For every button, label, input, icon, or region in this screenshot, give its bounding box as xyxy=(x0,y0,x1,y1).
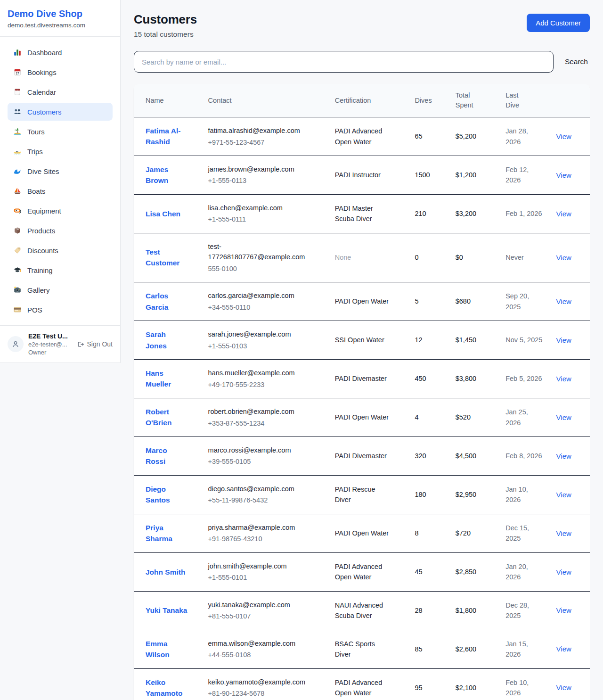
table-row: Test Customer test-1772681807767@example… xyxy=(134,233,590,282)
column-header-last-dive: Last Dive xyxy=(500,84,550,117)
customer-email: james.brown@example.com xyxy=(208,164,301,174)
sidebar-item-gallery[interactable]: Gallery xyxy=(8,281,113,299)
sidebar-item-bookings[interactable]: 17 Bookings xyxy=(8,63,113,81)
equipment-icon xyxy=(13,206,22,215)
customer-phone: +55-11-99876-5432 xyxy=(208,495,324,505)
sidebar-item-dive-sites[interactable]: Dive Sites xyxy=(8,162,113,180)
view-customer-link[interactable]: View xyxy=(556,171,571,179)
sidebar-item-equipment[interactable]: Equipment xyxy=(8,202,113,220)
customer-total-spent: $4,500 xyxy=(456,452,476,460)
view-customer-link[interactable]: View xyxy=(556,336,571,344)
table-row: Emma Wilson emma.wilson@example.com +44-… xyxy=(134,630,590,668)
customer-certification: PADI Open Water xyxy=(335,412,389,422)
customers-icon xyxy=(13,107,22,116)
customer-certification: PADI Divemaster xyxy=(335,451,387,461)
customer-last-dive: Sep 20, 2025 xyxy=(505,291,545,312)
customer-name-link[interactable]: James Brown xyxy=(146,164,188,186)
customer-dives: 4 xyxy=(415,413,418,421)
sidebar-item-training[interactable]: Training xyxy=(8,261,113,279)
customer-name-link[interactable]: Carlos Garcia xyxy=(146,290,188,313)
view-customer-link[interactable]: View xyxy=(556,413,571,421)
customer-total-spent: $520 xyxy=(456,413,471,421)
customer-total-spent: $680 xyxy=(456,297,471,305)
search-input[interactable] xyxy=(134,51,554,73)
user-icon xyxy=(11,340,20,348)
sidebar-item-tours[interactable]: Tours xyxy=(8,123,113,140)
customer-name-link[interactable]: Robert O'Brien xyxy=(146,406,188,428)
sidebar-item-pos[interactable]: POS xyxy=(8,301,113,319)
customer-last-dive: Nov 5, 2025 xyxy=(505,335,542,345)
add-customer-button[interactable]: Add Customer xyxy=(527,14,590,32)
table-row: Diego Santos diego.santos@example.com +5… xyxy=(134,475,590,514)
customer-certification: None xyxy=(335,252,351,263)
sidebar-item-trips[interactable]: Trips xyxy=(8,142,113,160)
customer-phone: +91-98765-43210 xyxy=(208,534,324,544)
customer-dives: 1500 xyxy=(415,171,430,179)
page-header-text: Customers 15 total customers xyxy=(134,12,197,39)
customer-email: test-1772681807767@example.com xyxy=(208,241,301,263)
customer-name-link[interactable]: Keiko Yamamoto xyxy=(146,677,188,699)
customer-last-dive: Feb 5, 2026 xyxy=(505,373,542,384)
customer-total-spent: $2,100 xyxy=(456,684,476,692)
sidebar-item-calendar[interactable]: Calendar xyxy=(8,83,113,101)
view-customer-link[interactable]: View xyxy=(556,491,571,499)
customer-name-link[interactable]: Diego Santos xyxy=(146,484,188,506)
customer-name-link[interactable]: Fatima Al-Rashid xyxy=(146,125,188,148)
customer-total-spent: $1,800 xyxy=(456,607,476,614)
search-button[interactable]: Search xyxy=(563,54,590,70)
customer-dives: 8 xyxy=(415,529,418,537)
view-customer-link[interactable]: View xyxy=(556,684,571,692)
brand-name: Demo Dive Shop xyxy=(8,8,113,19)
table-header: Name Contact Certification Dives Total S… xyxy=(134,84,590,117)
sidebar-item-label: Training xyxy=(27,266,53,274)
customer-name-link[interactable]: Priya Sharma xyxy=(146,522,188,544)
view-customer-link[interactable]: View xyxy=(556,529,571,537)
view-customer-link[interactable]: View xyxy=(556,452,571,460)
customer-total-spent: $5,200 xyxy=(456,132,476,140)
customer-certification: PADI Advanced Open Water xyxy=(335,677,391,699)
customer-name-link[interactable]: Sarah Jones xyxy=(146,329,188,351)
sidebar-item-customers[interactable]: Customers xyxy=(8,103,113,121)
table-row: Marco Rossi marco.rossi@example.com +39-… xyxy=(134,437,590,476)
view-customer-link[interactable]: View xyxy=(556,254,571,262)
view-customer-link[interactable]: View xyxy=(556,606,571,614)
customer-name-link[interactable]: John Smith xyxy=(146,567,185,577)
total-customers-count: 15 total customers xyxy=(134,30,197,39)
dive-sites-icon xyxy=(13,167,22,175)
view-customer-link[interactable]: View xyxy=(556,568,571,576)
customer-name-link[interactable]: Hans Mueller xyxy=(146,368,188,390)
customer-name-link[interactable]: Lisa Chen xyxy=(146,208,180,219)
view-customer-link[interactable]: View xyxy=(556,375,571,383)
customer-dives: 210 xyxy=(415,210,426,217)
sign-out-icon xyxy=(76,340,84,348)
customer-name-link[interactable]: Emma Wilson xyxy=(146,638,188,660)
customer-last-dive: Jan 10, 2026 xyxy=(505,484,545,505)
sidebar-item-boats[interactable]: Boats xyxy=(8,182,113,200)
sidebar-item-products[interactable]: Products xyxy=(8,222,113,239)
brand-domain: demo.test.divestreams.com xyxy=(8,22,113,29)
view-customer-link[interactable]: View xyxy=(556,132,571,140)
customer-dives: 12 xyxy=(415,336,422,344)
customer-name-link[interactable]: Test Customer xyxy=(146,247,188,269)
customer-phone: +971-55-123-4567 xyxy=(208,137,324,148)
sidebar-item-label: Trips xyxy=(27,148,43,156)
calendar-icon xyxy=(13,88,22,96)
customer-total-spent: $2,950 xyxy=(456,491,476,498)
bookings-icon: 17 xyxy=(13,68,22,76)
customer-email: marco.rossi@example.com xyxy=(208,445,301,455)
view-customer-link[interactable]: View xyxy=(556,210,571,218)
customer-name-link[interactable]: Marco Rossi xyxy=(146,445,188,467)
view-customer-link[interactable]: View xyxy=(556,297,571,305)
sidebar-item-dashboard[interactable]: Dashboard xyxy=(8,43,113,61)
user-name: E2E Test U... xyxy=(28,332,68,340)
customer-last-dive: Feb 10, 2026 xyxy=(505,677,545,699)
main-content: Customers 15 total customers Add Custome… xyxy=(121,0,603,700)
sign-out-button[interactable]: Sign Out xyxy=(76,340,113,348)
customer-name-link[interactable]: Yuki Tanaka xyxy=(146,605,187,616)
sidebar-item-discounts[interactable]: Discounts xyxy=(8,241,113,259)
view-customer-link[interactable]: View xyxy=(556,645,571,653)
customer-dives: 0 xyxy=(415,254,418,261)
customer-certification: PADI Divemaster xyxy=(335,373,387,384)
gallery-icon xyxy=(13,286,22,294)
column-header-certification: Certification xyxy=(329,84,409,117)
